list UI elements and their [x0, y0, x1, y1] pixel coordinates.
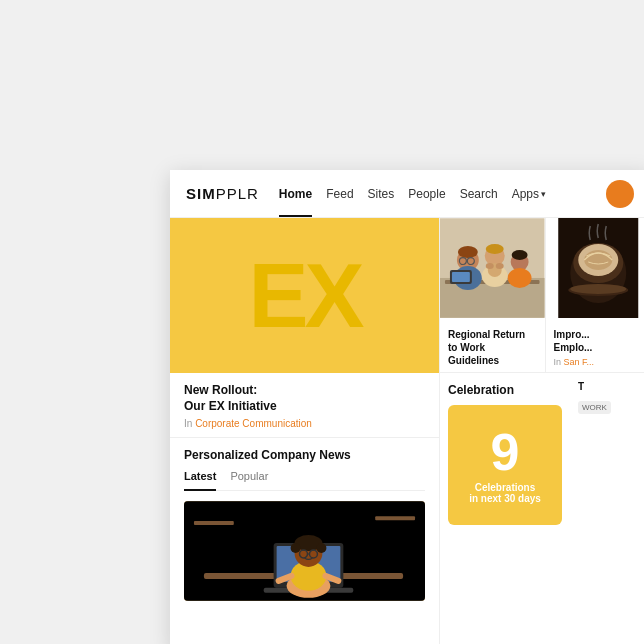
- svg-rect-38: [452, 272, 470, 282]
- svg-point-11: [316, 543, 326, 553]
- card1-category: In Toronto: [448, 370, 537, 372]
- featured-title: New Rollout: Our EX Initiative: [184, 383, 425, 414]
- news-image-svg: [184, 501, 425, 601]
- svg-point-29: [486, 244, 504, 254]
- t-card-title: T: [578, 381, 642, 392]
- svg-point-23: [458, 246, 478, 258]
- celebration-card[interactable]: 9 Celebrations in next 30 days: [448, 405, 562, 525]
- svg-point-32: [486, 263, 494, 269]
- celebration-title: Celebration: [448, 383, 562, 397]
- news-tabs: Latest Popular: [184, 470, 425, 491]
- nav-apps-label: Apps: [512, 187, 539, 201]
- featured-card[interactable]: EX: [170, 218, 439, 373]
- svg-point-10: [291, 543, 301, 553]
- nav-search[interactable]: Search: [460, 187, 498, 201]
- card2-info: Impro... Emplo... In San F...: [546, 322, 645, 372]
- celebration-section: Celebration 9 Celebrations in next 30 da…: [440, 373, 570, 602]
- t-card-badge: WORK: [578, 401, 611, 414]
- logo: SIMPPLR: [186, 185, 259, 202]
- featured-category-link[interactable]: Corporate Communication: [195, 418, 312, 429]
- svg-point-33: [496, 263, 504, 269]
- nav-apps[interactable]: Apps ▾: [512, 187, 546, 201]
- top-row: Regional Return to Work Guidelines In To…: [440, 218, 644, 373]
- featured-graphic: EX: [248, 251, 360, 341]
- news-section-title: Personalized Company News: [184, 448, 425, 462]
- card1-category-link[interactable]: Toronto: [458, 370, 488, 372]
- coffee-image: [546, 218, 645, 318]
- logo-bold: SIM: [186, 185, 216, 202]
- bottom-row: Celebration 9 Celebrations in next 30 da…: [440, 373, 644, 602]
- people-work-image: [440, 218, 545, 318]
- celebration-text: Celebrations in next 30 days: [469, 482, 541, 504]
- svg-point-35: [512, 250, 528, 260]
- svg-point-45: [570, 284, 626, 294]
- nav-feed[interactable]: Feed: [326, 187, 353, 201]
- right-panel: Regional Return to Work Guidelines In To…: [440, 218, 644, 644]
- card1-info: Regional Return to Work Guidelines In To…: [440, 322, 545, 372]
- news-section: Personalized Company News Latest Popular: [170, 438, 439, 611]
- nav-home[interactable]: Home: [279, 187, 312, 201]
- svg-rect-17: [194, 521, 234, 525]
- news-image: [184, 501, 425, 601]
- nav-sites[interactable]: Sites: [368, 187, 395, 201]
- left-panel: EX New Rollout: Our EX Initiative In Cor…: [170, 218, 440, 644]
- card1-title: Regional Return to Work Guidelines: [448, 328, 537, 367]
- main-content: EX New Rollout: Our EX Initiative In Cor…: [170, 218, 644, 644]
- svg-rect-18: [375, 516, 415, 520]
- card-coffee[interactable]: Impro... Emplo... In San F...: [546, 218, 645, 372]
- nav-links: Home Feed Sites People Search Apps ▾: [279, 187, 596, 201]
- card2-title: Impro... Emplo...: [554, 328, 643, 354]
- card2-category-link[interactable]: San F...: [564, 357, 595, 367]
- svg-point-36: [508, 268, 532, 288]
- t-card[interactable]: T WORK: [570, 373, 644, 602]
- celebration-number: 9: [491, 426, 520, 478]
- tab-popular[interactable]: Popular: [230, 470, 268, 486]
- featured-category: In Corporate Communication: [184, 418, 425, 429]
- logo-normal: PPLR: [216, 185, 259, 202]
- card-people-work[interactable]: Regional Return to Work Guidelines In To…: [440, 218, 546, 372]
- featured-info: New Rollout: Our EX Initiative In Corpor…: [170, 373, 439, 438]
- chevron-down-icon: ▾: [541, 189, 546, 199]
- navbar: SIMPPLR Home Feed Sites People Search Ap…: [170, 170, 644, 218]
- avatar[interactable]: [606, 180, 634, 208]
- card2-category: In San F...: [554, 357, 643, 367]
- nav-people[interactable]: People: [408, 187, 445, 201]
- browser-window: SIMPPLR Home Feed Sites People Search Ap…: [170, 170, 644, 644]
- tab-latest[interactable]: Latest: [184, 470, 216, 491]
